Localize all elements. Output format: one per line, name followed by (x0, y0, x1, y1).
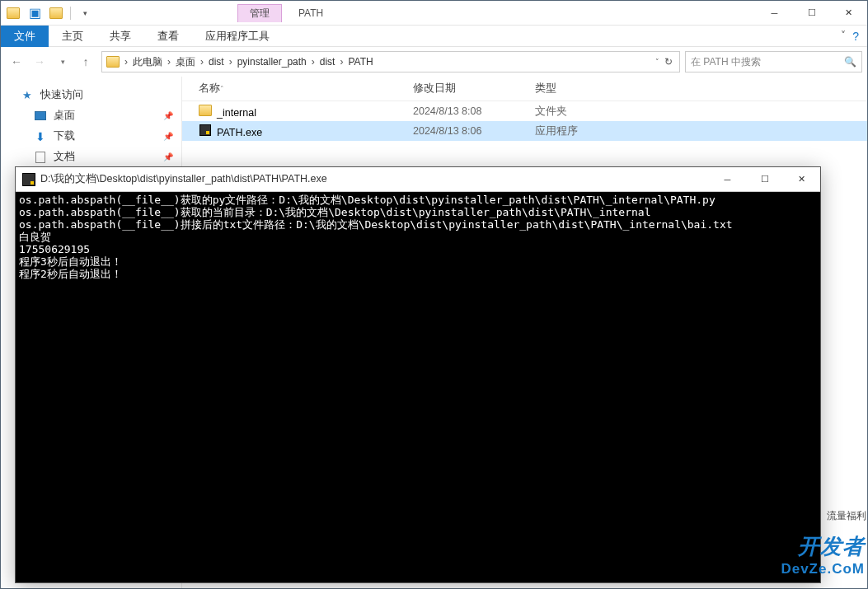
ribbon-expand-icon[interactable]: ˅ (841, 30, 846, 43)
console-close-button[interactable]: ✕ (783, 167, 820, 191)
sidebar-item-label: 桌面 (54, 109, 75, 123)
side-text: 流量福利 (827, 509, 866, 523)
console-maximize-button[interactable]: ☐ (746, 167, 783, 191)
window-title: PATH (298, 7, 323, 19)
addr-dropdown-icon[interactable]: ˅ (655, 58, 659, 66)
sidebar-item-label: 文档 (54, 150, 75, 164)
list-header: 名称˄ 修改日期 类型 (182, 77, 867, 101)
recent-dropdown-icon[interactable]: ▾ (52, 51, 73, 72)
chevron-right-icon[interactable]: › (165, 56, 173, 68)
manage-tab[interactable]: 管理 (237, 4, 282, 22)
search-icon[interactable]: 🔍 (844, 56, 856, 68)
console-window: D:\我的文档\Desktop\dist\pyinstaller_path\di… (15, 166, 821, 583)
chevron-right-icon[interactable]: › (198, 56, 206, 68)
sidebar-item-label: 快速访问 (40, 88, 83, 102)
watermark: 开发者 DevZe.CoM (781, 532, 865, 577)
tab-view[interactable]: 查看 (144, 26, 192, 47)
console-minimize-button[interactable]: ─ (709, 167, 746, 191)
sort-up-icon: ˄ (220, 85, 224, 93)
forward-button[interactable]: → (29, 51, 50, 72)
exe-icon (199, 124, 212, 137)
sidebar-item-label: 下载 (54, 129, 75, 143)
console-app-icon (22, 173, 35, 186)
desktop-icon (34, 110, 47, 123)
window-controls: ─ ☐ ✕ (756, 1, 867, 25)
col-name[interactable]: 名称˄ (199, 82, 413, 96)
file-type: 文件夹 (535, 105, 650, 119)
chevron-right-icon[interactable]: › (122, 56, 130, 68)
search-placeholder: 在 PATH 中搜索 (691, 55, 761, 69)
sidebar-quick-access[interactable]: ★ 快速访问 (1, 85, 181, 105)
chevron-right-icon[interactable]: › (309, 56, 317, 68)
list-item[interactable]: PATH.exe 2024/8/13 8:06 应用程序 (182, 121, 867, 141)
file-date: 2024/8/13 8:06 (413, 125, 535, 137)
pin-icon: 📌 (163, 152, 173, 161)
help-icon[interactable]: ? (852, 30, 859, 43)
ribbon: 文件 主页 共享 查看 应用程序工具 ˅ ? (1, 26, 867, 47)
crumb-pc-icon[interactable] (104, 56, 122, 68)
sidebar-documents[interactable]: 文档 📌 (1, 147, 181, 167)
pin-icon: 📌 (163, 132, 173, 141)
col-date[interactable]: 修改日期 (413, 82, 535, 96)
star-icon: ★ (21, 89, 34, 102)
qat-dropdown-icon[interactable]: ▾ (76, 4, 94, 22)
document-icon (34, 151, 47, 164)
up-button[interactable]: ↑ (75, 51, 96, 72)
console-title: D:\我的文档\Desktop\dist\pyinstaller_path\di… (40, 172, 327, 186)
crumb-pc[interactable]: 此电脑 (130, 55, 165, 69)
qat-folder-icon[interactable] (47, 4, 65, 22)
console-output[interactable]: os.path.abspath(__file__)获取的py文件路径：D:\我的… (16, 192, 820, 582)
address-bar: ← → ▾ ↑ › 此电脑 › 桌面 › dist › pyinstaller_… (1, 47, 867, 77)
list-item[interactable]: _internal 2024/8/13 8:08 文件夹 (182, 101, 867, 121)
file-name: PATH.exe (217, 127, 262, 138)
console-window-controls: ─ ☐ ✕ (709, 167, 820, 191)
console-titlebar: D:\我的文档\Desktop\dist\pyinstaller_path\di… (16, 167, 820, 192)
breadcrumb[interactable]: › 此电脑 › 桌面 › dist › pyinstaller_path › d… (101, 51, 680, 72)
col-type[interactable]: 类型 (535, 82, 650, 96)
file-date: 2024/8/13 8:08 (413, 105, 535, 117)
crumb-dist1[interactable]: dist (206, 56, 227, 68)
tab-file[interactable]: 文件 (1, 26, 49, 47)
folder-app-icon (4, 4, 22, 22)
crumb-desktop[interactable]: 桌面 (173, 55, 198, 69)
folder-icon (199, 104, 212, 117)
watermark-line1: 开发者 (781, 532, 865, 561)
crumb-pyinstaller[interactable]: pyinstaller_path (235, 56, 309, 68)
qat-separator (70, 7, 71, 20)
quick-access-toolbar: ▣ ▾ (1, 4, 97, 22)
titlebar: ▣ ▾ 管理 PATH ─ ☐ ✕ (1, 1, 867, 26)
crumb-dist2[interactable]: dist (317, 56, 338, 68)
sidebar-downloads[interactable]: ⬇ 下载 📌 (1, 126, 181, 147)
tab-share[interactable]: 共享 (96, 26, 144, 47)
search-input[interactable]: 在 PATH 中搜索 🔍 (685, 51, 862, 72)
tab-home[interactable]: 主页 (49, 26, 96, 47)
pin-icon: 📌 (163, 111, 173, 120)
chevron-right-icon[interactable]: › (337, 56, 345, 68)
refresh-icon[interactable]: ↻ (664, 56, 673, 68)
tab-app-tools[interactable]: 应用程序工具 (192, 26, 283, 47)
back-button[interactable]: ← (6, 51, 27, 72)
close-button[interactable]: ✕ (830, 1, 867, 25)
crumb-path[interactable]: PATH (345, 56, 375, 68)
chevron-right-icon[interactable]: › (227, 56, 235, 68)
file-name: _internal (217, 107, 256, 119)
maximize-button[interactable]: ☐ (793, 1, 830, 25)
download-icon: ⬇ (34, 130, 47, 143)
nav-buttons: ← → ▾ ↑ (6, 51, 96, 72)
sidebar-desktop[interactable]: 桌面 📌 (1, 105, 181, 126)
watermark-line2: DevZe.CoM (781, 561, 865, 577)
minimize-button[interactable]: ─ (756, 1, 793, 25)
file-type: 应用程序 (535, 124, 650, 138)
qat-check-icon[interactable]: ▣ (26, 4, 44, 22)
